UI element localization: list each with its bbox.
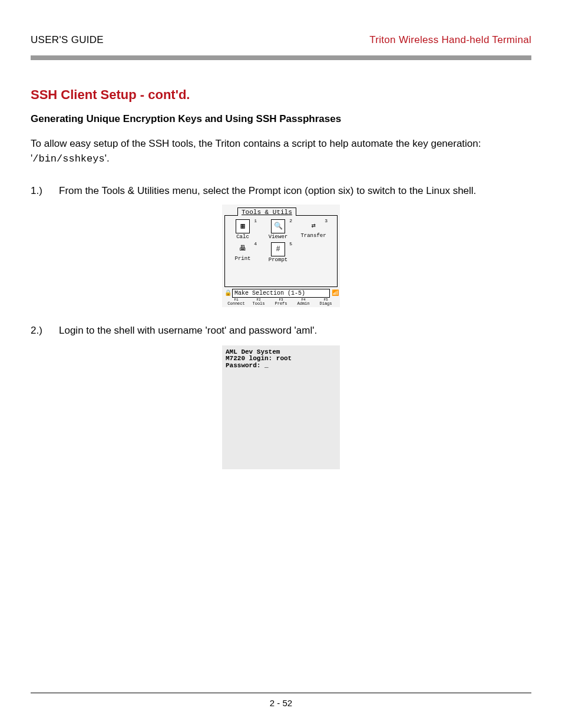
term-line-2: M7220 login: root — [226, 355, 292, 362]
page-number: 2 - 52 — [270, 698, 292, 708]
tool-prompt: 5 # Prompt — [260, 241, 296, 264]
tool-print: 4 🖶 Print — [225, 241, 260, 264]
tool-prompt-label: Prompt — [269, 257, 287, 263]
step-1-number: 1.) — [31, 184, 59, 199]
softkey-row: F1Connect F2Tools F3Prefs F4Admin F5Diag… — [224, 298, 338, 306]
section-title: SSH Client Setup - cont'd. — [31, 87, 531, 103]
fkey-prefs: F3Prefs — [270, 298, 292, 306]
tool-calc: 1 ▦ Calc — [225, 218, 260, 241]
tool-transfer-label: Transfer — [300, 233, 326, 239]
step-2: 2.) Login to the shell with username 'ro… — [31, 324, 531, 338]
tool-transfer-num: 3 — [325, 218, 328, 223]
fkey-admin: F4Admin — [293, 298, 314, 306]
calculator-icon: ▦ — [236, 219, 250, 233]
tool-prompt-num: 5 — [289, 241, 292, 246]
footer-rule — [31, 693, 531, 693]
tool-viewer: 2 🔍 Viewer — [260, 218, 296, 241]
page-header: USER'S GUIDE Triton Wireless Hand-held T… — [31, 34, 531, 46]
tool-calc-num: 1 — [254, 218, 257, 223]
header-right: Triton Wireless Hand-held Terminal — [369, 34, 531, 46]
tool-transfer: 3 ⇄ Transfer — [296, 218, 331, 241]
printer-icon: 🖶 — [236, 242, 249, 255]
term-line-1: AML Dev System — [226, 348, 280, 355]
step-1: 1.) From the Tools & Utilities menu, sel… — [31, 184, 531, 199]
tool-viewer-num: 2 — [289, 218, 292, 223]
antenna-icon: 📶 — [332, 289, 338, 297]
intro-paragraph: To allow easy setup of the SSH tools, th… — [31, 137, 531, 166]
fkey-tools: F2Tools — [248, 298, 269, 306]
step-1-text: From the Tools & Utilities menu, select … — [59, 184, 531, 199]
step-2-number: 2.) — [31, 324, 59, 338]
subheading: Generating Unique Encryption Keys and Us… — [31, 113, 531, 125]
tools-tab: Tools & Utils — [237, 207, 296, 216]
tool-calc-label: Calc — [236, 234, 249, 240]
page-footer: 2 - 52 — [0, 693, 562, 708]
prompt-icon: # — [271, 242, 285, 256]
fkey-diags: F5Diags — [315, 298, 336, 306]
screenshot-login-terminal: AML Dev System M7220 login: root Passwor… — [31, 345, 531, 469]
lock-icon: 🔒 — [224, 289, 230, 297]
step-2-text: Login to the shell with username 'root' … — [59, 324, 531, 338]
header-rule — [31, 55, 531, 60]
header-left: USER'S GUIDE — [31, 34, 104, 46]
tool-viewer-label: Viewer — [269, 234, 287, 240]
tools-panel: 1 ▦ Calc 2 🔍 Viewer 3 ⇄ Transfer — [224, 215, 338, 287]
term-line-3: Password: _ — [226, 362, 269, 369]
screenshot-tools-utils: Tools & Utils 1 ▦ Calc 2 🔍 Viewer 3 — [31, 205, 531, 307]
intro-post: '. — [105, 153, 110, 164]
transfer-icon: ⇄ — [307, 219, 320, 232]
magnifier-icon: 🔍 — [271, 219, 285, 233]
fkey-connect: F1Connect — [226, 298, 247, 306]
intro-code: /bin/sshkeys — [32, 153, 104, 164]
status-text: Make Selection (1-5) — [232, 289, 330, 298]
tool-print-label: Print — [234, 256, 250, 262]
tool-print-num: 4 — [254, 241, 257, 246]
